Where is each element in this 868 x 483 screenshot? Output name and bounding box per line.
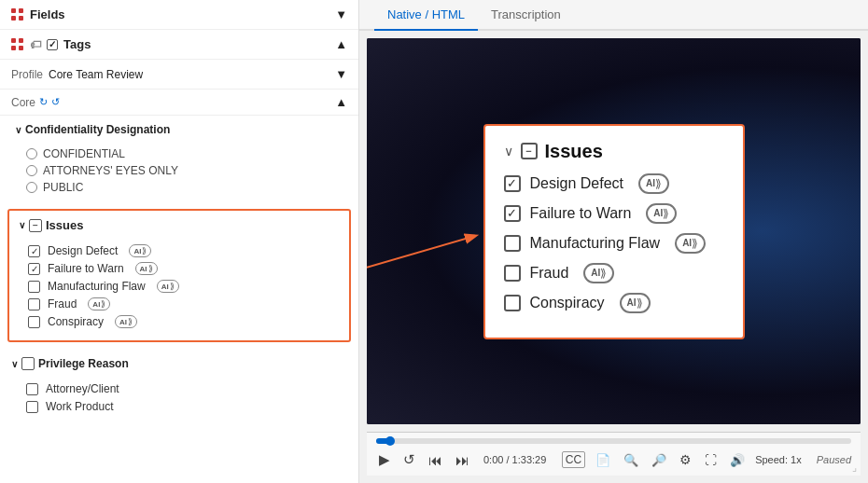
privilege-section: ∨ Privilege Reason Attorney/Client Work …	[0, 346, 358, 429]
overlay-collapse-icon: −	[521, 143, 538, 159]
core-label: Core	[11, 96, 35, 109]
radio-attorneys[interactable]	[26, 165, 37, 176]
cc-button[interactable]: CC	[562, 451, 585, 468]
checkbox-conspiracy[interactable]	[28, 316, 40, 328]
priv-label-attorney-client: Attorney/Client	[46, 382, 119, 395]
profile-value: Core Team Review	[49, 68, 143, 81]
overlay-checkbox-design-defect[interactable]	[504, 175, 521, 192]
overlay-checkbox-manufacturing-flaw[interactable]	[504, 235, 521, 252]
overlay-ai-fraud: AI ⟫	[583, 263, 614, 283]
zoom-button[interactable]: 🔍	[621, 451, 641, 469]
fullscreen-button[interactable]: ⛶	[702, 451, 720, 469]
zoom-out-button[interactable]: 🔎	[649, 451, 669, 469]
privilege-title: Privilege Reason	[38, 357, 129, 370]
profile-chevron-icon: ▼	[335, 67, 347, 81]
checkbox-design-defect[interactable]	[28, 245, 40, 257]
tags-section[interactable]: 🏷 ✓ Tags ▲	[0, 30, 358, 60]
tags-header-left: 🏷 ✓ Tags	[11, 37, 91, 51]
radio-confidential[interactable]	[26, 148, 37, 159]
issue-label-failure-to-warn: Failure to Warn	[48, 262, 124, 275]
ai-badge-design-defect: ⟫	[129, 244, 151, 257]
controls-row: ▶ ↺ ⏮ ⏭ 0:00 / 1:33:29 CC 📄 🔍 🔎 ⚙ ⛶ 🔊 Sp…	[376, 449, 851, 470]
grid-icon	[11, 8, 24, 21]
issue-manufacturing-flaw[interactable]: Manufacturing Flaw ⟫	[28, 280, 340, 293]
tab-native-html[interactable]: Native / HTML	[374, 0, 478, 31]
overlay-label-conspiracy: Conspiracy	[530, 295, 605, 311]
issues-items: Design Defect ⟫ Failure to Warn ⟫ Manufa…	[9, 238, 349, 340]
speed-display: Speed: 1x	[755, 454, 802, 465]
issues-header[interactable]: ∨ − Issues	[9, 211, 349, 238]
issue-design-defect[interactable]: Design Defect ⟫	[28, 244, 340, 257]
privilege-header[interactable]: ∨ Privilege Reason	[0, 350, 358, 376]
overlay-failure-to-warn: Failure to Warn AI ⟫	[504, 203, 724, 224]
overlay-ai-design-defect: AI ⟫	[638, 173, 669, 194]
checkbox-failure-to-warn[interactable]	[28, 263, 40, 275]
core-row[interactable]: Core ↻ ↺ ▲	[0, 90, 358, 116]
transcript-button[interactable]: 📄	[593, 451, 613, 469]
checkbox-work-product[interactable]	[26, 401, 38, 413]
conf-option-public[interactable]: PUBLIC	[26, 181, 347, 194]
priv-work-product[interactable]: Work Product	[26, 400, 347, 413]
overlay-ai-manufacturing-flaw: AI ⟫	[675, 233, 706, 254]
issue-conspiracy[interactable]: Conspiracy ⟫	[28, 315, 340, 328]
sync-icon: ↻	[39, 96, 48, 108]
profile-label: Profile	[11, 68, 43, 81]
profile-left: Profile Core Team Review	[11, 68, 143, 81]
tags-chevron-up-icon: ▲	[335, 37, 347, 51]
overlay-checkbox-conspiracy[interactable]	[504, 295, 521, 311]
privilege-items: Attorney/Client Work Product	[0, 376, 358, 425]
left-panel: Fields ▼ 🏷 ✓ Tags ▲ Profile Core Team Re…	[0, 0, 359, 483]
time-display: 0:00 / 1:33:29	[483, 454, 546, 465]
tags-label: Tags	[63, 37, 91, 51]
tag-icon: 🏷	[30, 38, 41, 51]
overlay-label-fraud: Fraud	[530, 265, 569, 282]
settings-button[interactable]: ⚙	[677, 450, 694, 469]
conf-option-attorneys[interactable]: ATTORNEYS' EYES ONLY	[26, 164, 347, 177]
issue-fraud[interactable]: Fraud ⟫	[28, 297, 340, 310]
right-panel: Native / HTML Transcription ∨ − Issues D…	[359, 0, 868, 483]
overlay-checkbox-failure-to-warn[interactable]	[504, 205, 521, 222]
progress-bar[interactable]	[376, 438, 851, 444]
ai-badge-conspiracy: ⟫	[115, 315, 137, 328]
tab-transcription[interactable]: Transcription	[478, 0, 574, 31]
confidentiality-header[interactable]: ∨ Confidentiality Designation	[0, 116, 358, 142]
ai-badge-failure-to-warn: ⟫	[135, 262, 158, 275]
checkbox-icon: ✓	[47, 39, 58, 50]
fast-forward-button[interactable]: ⏭	[453, 450, 472, 470]
radio-public[interactable]	[26, 182, 37, 193]
priv-chevron-icon: ∨	[11, 359, 18, 369]
priv-attorney-client[interactable]: Attorney/Client	[26, 382, 347, 395]
priv-label-work-product: Work Product	[46, 400, 113, 413]
overlay-title: Issues	[545, 141, 603, 162]
fields-section[interactable]: Fields ▼	[0, 0, 358, 30]
confidentiality-options: CONFIDENTIAL ATTORNEYS' EYES ONLY PUBLIC	[0, 142, 358, 205]
profile-row: Profile Core Team Review ▼	[0, 60, 358, 90]
core-left: Core ↻ ↺	[11, 96, 60, 109]
progress-dot	[385, 436, 395, 446]
paused-label: Paused	[817, 454, 851, 465]
overlay-ai-conspiracy: AI ⟫	[620, 293, 651, 313]
replay-button[interactable]: ↺	[400, 449, 418, 470]
overlay-label-failure-to-warn: Failure to Warn	[530, 205, 632, 222]
conf-label-confidential: CONFIDENTIAL	[43, 147, 125, 160]
volume-button[interactable]: 🔊	[727, 451, 748, 469]
video-container: ∨ − Issues Design Defect AI ⟫ Failure to…	[367, 38, 861, 424]
issue-label-fraud: Fraud	[48, 297, 77, 310]
ai-badge-manufacturing-flaw: ⟫	[157, 280, 179, 293]
overlay-conspiracy: Conspiracy AI ⟫	[504, 293, 724, 313]
play-button[interactable]: ▶	[376, 449, 393, 470]
reset-icon: ↺	[51, 96, 60, 108]
checkbox-manufacturing-flaw[interactable]	[28, 281, 40, 293]
issues-section: ∨ − Issues Design Defect ⟫ Failure to Wa…	[7, 209, 351, 342]
conf-label-public: PUBLIC	[43, 181, 83, 194]
overlay-fraud: Fraud AI ⟫	[504, 263, 724, 283]
overlay-checkbox-fraud[interactable]	[504, 265, 521, 282]
conf-chevron-icon: ∨	[15, 125, 21, 135]
rewind-button[interactable]: ⏮	[426, 450, 445, 470]
fields-chevron-icon: ▼	[335, 7, 347, 21]
priv-collapse-icon	[21, 357, 35, 370]
checkbox-fraud[interactable]	[28, 298, 40, 310]
checkbox-attorney-client[interactable]	[26, 383, 38, 395]
conf-option-confidential[interactable]: CONFIDENTIAL	[26, 147, 347, 160]
issue-failure-to-warn[interactable]: Failure to Warn ⟫	[28, 262, 340, 275]
